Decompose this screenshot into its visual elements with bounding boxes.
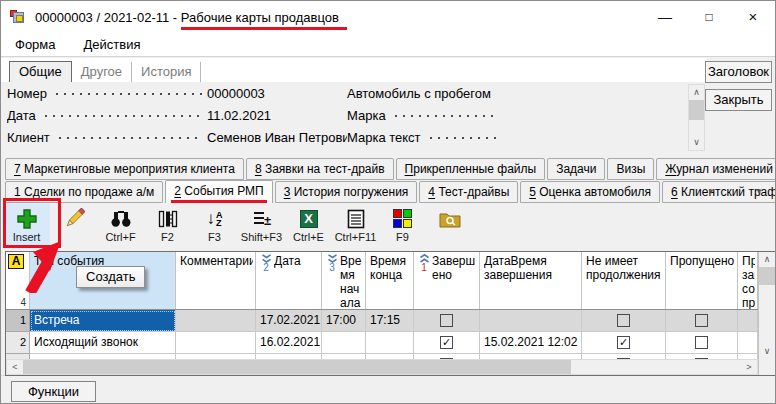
tab-secondary-1[interactable]: 8 Заявки на тест-драйв [246, 158, 394, 180]
row-number[interactable]: 1 [6, 310, 30, 332]
tab-primary-1[interactable]: 2 События РМП [165, 180, 272, 203]
vertical-scrollbar[interactable]: ∧ ∨ [759, 252, 775, 359]
grid-cell-done_dt[interactable] [480, 310, 582, 332]
grid-cell-missed[interactable] [666, 310, 738, 332]
tab-primary-2[interactable]: 3 История погружения [275, 181, 418, 203]
color-settings-button[interactable]: F9 [379, 203, 426, 248]
scroll-down-icon[interactable]: ∨ [759, 344, 775, 359]
grid-cell-type[interactable]: Исходящий звонок [30, 332, 176, 354]
grid-cell-done[interactable]: ✓ [414, 332, 480, 354]
checkbox-unchecked[interactable] [617, 314, 630, 327]
column-header-no_cont[interactable]: Не имеет продолжения [582, 252, 666, 309]
list-settings-button[interactable]: Ctrl+F11 [332, 203, 379, 248]
grid-cell-no_cont[interactable] [582, 354, 666, 359]
grid-cell-done[interactable] [414, 354, 480, 359]
tab-scroll-left-icon[interactable]: ▼ [707, 187, 715, 196]
subtab-1[interactable]: Другое [72, 62, 132, 82]
checkbox-checked[interactable]: ✓ [617, 336, 630, 349]
tab-secondary-5[interactable]: Журнал изменений [656, 158, 776, 180]
tab-primary-3[interactable]: 4 Тест-драйвы [419, 181, 518, 203]
horizontal-scrollbar[interactable]: < > [6, 359, 758, 375]
scroll-up-icon[interactable]: ∧ [759, 252, 775, 267]
functions-button[interactable]: Функции [11, 381, 96, 402]
scrollbar-track[interactable] [689, 120, 704, 135]
subtab-0[interactable]: Общие [9, 61, 72, 82]
find-button[interactable]: Ctrl+F [97, 203, 144, 248]
column-header-start[interactable]: 3Время начала [322, 252, 366, 309]
row-number[interactable]: 2 [6, 332, 30, 354]
grid-cell-comment[interactable] [176, 310, 256, 332]
grid-cell-start[interactable] [322, 354, 366, 359]
grid-cell-no_cont[interactable] [582, 310, 666, 332]
tab-secondary-4[interactable]: Визы [607, 158, 654, 180]
grid-cell-end[interactable] [366, 332, 414, 354]
grid-cell-missed[interactable] [666, 354, 738, 359]
close-form-button[interactable]: Закрыть [705, 89, 772, 111]
column-header-done_dt[interactable]: ДатаВремя завершения [480, 252, 582, 309]
checkbox-unchecked[interactable] [440, 314, 453, 327]
tab-secondary-0[interactable]: 7 Маркетинговые мероприятия клиента [5, 158, 244, 180]
menu-item-1[interactable]: Действия [70, 35, 155, 54]
fields-scrollbar[interactable]: ∧ ∨ [688, 84, 705, 151]
selection-settings-button[interactable]: ± Shift+F3 [238, 203, 285, 248]
checkbox-unchecked[interactable] [695, 358, 708, 359]
grid-cell-comment[interactable] [176, 332, 256, 354]
field-value[interactable]: Семенов Иван Петрович [207, 130, 347, 145]
tab-secondary-2[interactable]: Прикрепленные файлы [396, 158, 546, 180]
grid-cell-done[interactable] [414, 310, 480, 332]
scroll-left-icon[interactable]: < [7, 360, 23, 374]
grid-cell-missed[interactable] [666, 332, 738, 354]
header-button[interactable]: Заголовок [705, 61, 772, 83]
grid-cell-done_dt[interactable]: 15.02.2021 12:02 [480, 332, 582, 354]
subtab-2[interactable]: История [132, 62, 201, 82]
grid-cell-end[interactable] [366, 354, 414, 359]
column-settings-button[interactable]: F2 [144, 203, 191, 248]
grid-cell-start[interactable] [322, 332, 366, 354]
column-header-missed[interactable]: Пропущено [666, 252, 738, 309]
tab-primary-4[interactable]: 5 Оценка автомобиля [520, 181, 660, 203]
scroll-down-icon[interactable]: ∨ [689, 135, 704, 150]
grid-cell-start[interactable]: 17:00 [322, 310, 366, 332]
row-number[interactable] [6, 354, 30, 359]
grid-cell-extra[interactable] [738, 332, 758, 354]
tab-scroll-right-icon[interactable]: ▼ [755, 187, 763, 196]
grid-cell-extra[interactable] [738, 310, 758, 332]
grid-cell-end[interactable]: 17:15 [366, 310, 414, 332]
scrollbar-thumb[interactable] [689, 100, 704, 120]
export-excel-button[interactable]: X Ctrl+E [285, 203, 332, 248]
grid-cell-done_dt[interactable] [480, 354, 582, 359]
checkbox-unchecked[interactable] [695, 336, 708, 349]
minimize-button[interactable]: — [643, 1, 687, 33]
scrollbar-track[interactable] [571, 360, 741, 374]
grid-cell-extra[interactable] [738, 354, 758, 359]
column-header-extra[interactable]: Признак завершения события продолжения [738, 252, 758, 309]
grid-cell-date[interactable] [256, 354, 322, 359]
scrollbar-track[interactable] [759, 285, 775, 344]
grid-cell-type[interactable]: Встреча [30, 310, 176, 332]
folder-search-button[interactable] [426, 203, 473, 248]
checkbox-checked[interactable]: ✓ [440, 336, 453, 349]
column-header-end[interactable]: Время конца [366, 252, 414, 309]
maximize-button[interactable]: □ [687, 1, 731, 33]
scrollbar-thumb[interactable] [23, 360, 571, 374]
column-header-date[interactable]: 2Дата [256, 252, 322, 309]
field-value[interactable]: 00000003 [207, 86, 347, 101]
field-value[interactable]: 11.02.2021 [207, 108, 347, 123]
grid-cell-comment[interactable] [176, 354, 256, 359]
close-button[interactable]: × [731, 1, 775, 33]
grid-cell-no_cont[interactable]: ✓ [582, 332, 666, 354]
grid-cell-date[interactable]: 17.02.2021 [256, 310, 322, 332]
column-header-done[interactable]: 1Завершено [414, 252, 480, 309]
scroll-right-icon[interactable]: > [741, 360, 757, 374]
grid-cell-type[interactable] [30, 354, 176, 359]
grid-cell-date[interactable]: 16.02.2021 [256, 332, 322, 354]
sort-button[interactable]: ↓ AZ F3 [191, 203, 238, 248]
checkbox-unchecked[interactable] [440, 358, 453, 359]
checkbox-unchecked[interactable] [617, 358, 630, 359]
scrollbar-thumb[interactable] [759, 267, 775, 285]
checkbox-unchecked[interactable] [695, 314, 708, 327]
column-header-comment[interactable]: Комментарии [176, 252, 256, 309]
tab-secondary-3[interactable]: Задачи [547, 158, 605, 180]
scroll-up-icon[interactable]: ∧ [689, 85, 704, 100]
menu-item-0[interactable]: Форма [1, 35, 70, 54]
